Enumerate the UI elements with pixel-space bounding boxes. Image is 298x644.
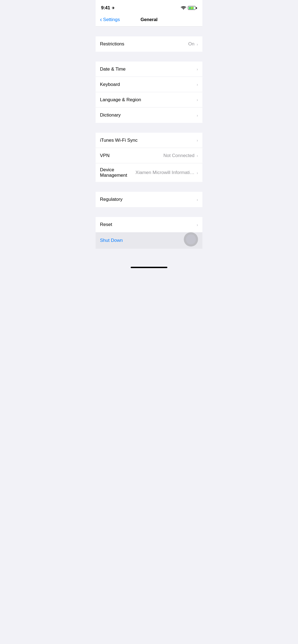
group-date-dictionary: Date & Time › Keyboard › Language & Regi… xyxy=(96,62,202,123)
dictionary-label: Dictionary xyxy=(100,112,197,118)
group-restrictions: Restrictions On › xyxy=(96,36,202,52)
regulatory-chevron-icon: › xyxy=(197,197,198,202)
back-button[interactable]: ‹ Settings xyxy=(100,17,120,23)
page-title: General xyxy=(141,17,157,22)
regulatory-label: Regulatory xyxy=(100,197,197,202)
date-time-label: Date & Time xyxy=(100,66,197,72)
date-time-row[interactable]: Date & Time › xyxy=(96,62,202,77)
device-management-row[interactable]: Device Management Xiamen Microwill Infor… xyxy=(96,163,202,182)
device-management-chevron-icon: › xyxy=(197,170,198,175)
keyboard-label: Keyboard xyxy=(100,82,197,87)
date-time-chevron-icon: › xyxy=(197,67,198,71)
nav-header: ‹ Settings General xyxy=(96,14,202,27)
back-label: Settings xyxy=(103,17,120,22)
bottom-area xyxy=(96,249,202,262)
dictionary-chevron-icon: › xyxy=(197,113,198,118)
dictionary-row[interactable]: Dictionary › xyxy=(96,108,202,123)
status-icons: ⚡ xyxy=(181,6,197,10)
group-itunes-device: iTunes Wi-Fi Sync › VPN Not Connected › … xyxy=(96,133,202,182)
reset-chevron-icon: › xyxy=(197,222,198,227)
home-bar xyxy=(131,267,167,268)
section-separator-2 xyxy=(96,52,202,62)
itunes-wifi-sync-label: iTunes Wi-Fi Sync xyxy=(100,138,197,143)
restrictions-row[interactable]: Restrictions On › xyxy=(96,36,202,52)
assistive-touch-button[interactable] xyxy=(184,232,198,246)
keyboard-row[interactable]: Keyboard › xyxy=(96,77,202,92)
section-separator-3 xyxy=(96,123,202,133)
back-chevron-icon: ‹ xyxy=(100,17,102,23)
regulatory-row[interactable]: Regulatory › xyxy=(96,192,202,207)
shut-down-row[interactable]: Shut Down xyxy=(96,232,202,249)
section-separator-5 xyxy=(96,207,202,217)
battery-icon: ⚡ xyxy=(188,6,197,10)
battery-bolt: ⚡ xyxy=(190,7,193,9)
status-time: 9:41 ✈ xyxy=(101,5,115,11)
reset-row[interactable]: Reset › xyxy=(96,217,202,232)
restrictions-value: On xyxy=(188,41,194,47)
status-bar: 9:41 ✈ ⚡ xyxy=(96,0,202,14)
device-management-value: Xiamen Microwill Informati… xyxy=(136,170,194,175)
vpn-row[interactable]: VPN Not Connected › xyxy=(96,148,202,163)
shut-down-label: Shut Down xyxy=(100,238,123,243)
language-region-row[interactable]: Language & Region › xyxy=(96,92,202,108)
group-reset: Reset › xyxy=(96,217,202,232)
section-separator-1 xyxy=(96,27,202,36)
vpn-label: VPN xyxy=(100,153,164,158)
wifi-icon xyxy=(181,6,186,10)
itunes-wifi-sync-chevron-icon: › xyxy=(197,138,198,143)
device-management-label: Device Management xyxy=(100,167,136,178)
location-icon: ✈ xyxy=(112,6,115,10)
language-region-chevron-icon: › xyxy=(197,97,198,102)
home-indicator xyxy=(96,262,202,270)
restrictions-label: Restrictions xyxy=(100,41,188,47)
reset-label: Reset xyxy=(100,222,197,227)
section-separator-4 xyxy=(96,182,202,192)
language-region-label: Language & Region xyxy=(100,97,197,103)
vpn-value: Not Connected xyxy=(164,153,194,158)
itunes-wifi-sync-row[interactable]: iTunes Wi-Fi Sync › xyxy=(96,133,202,148)
group-regulatory: Regulatory › xyxy=(96,192,202,207)
assistive-touch-inner xyxy=(186,234,196,244)
keyboard-chevron-icon: › xyxy=(197,82,198,87)
restrictions-chevron-icon: › xyxy=(197,42,198,47)
vpn-chevron-icon: › xyxy=(197,153,198,158)
